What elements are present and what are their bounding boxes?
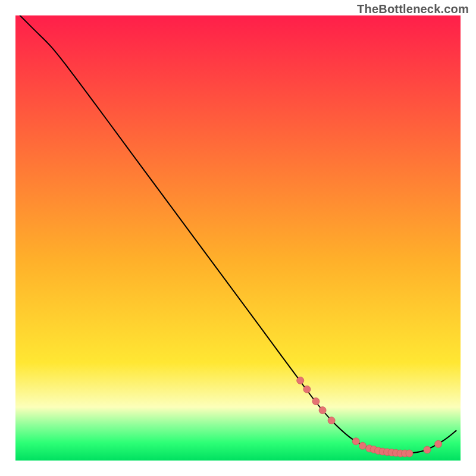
- curve-marker: [359, 442, 366, 449]
- curve-marker: [435, 440, 442, 447]
- curve-marker: [328, 417, 335, 424]
- curve-marker: [424, 446, 431, 453]
- chart-stage: TheBottleneck.com: [0, 0, 476, 476]
- watermark-text: TheBottleneck.com: [357, 2, 469, 16]
- curve-marker: [352, 438, 359, 445]
- plot-area: [15, 15, 461, 461]
- curve-marker: [297, 377, 304, 384]
- curve-marker: [312, 398, 320, 405]
- chart-svg: [15, 15, 461, 461]
- curve-marker: [406, 450, 413, 457]
- curve-marker: [319, 407, 326, 414]
- gradient-background: [15, 15, 461, 461]
- curve-marker: [303, 386, 311, 393]
